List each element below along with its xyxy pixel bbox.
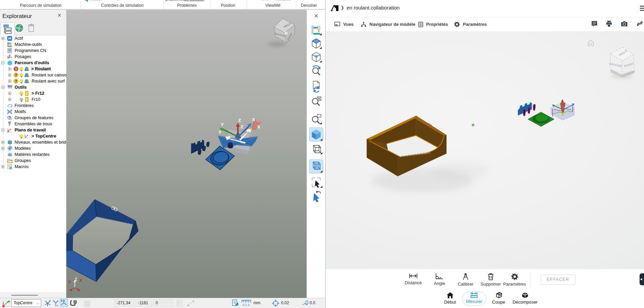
svg-text:Z: Z	[61, 299, 63, 302]
svg-text:X: X	[252, 117, 255, 122]
svg-text:Y: Y	[68, 280, 71, 285]
svg-text:X: X	[257, 124, 260, 129]
svg-text:Z: Z	[241, 124, 243, 129]
svg-text:Z: Z	[238, 118, 241, 123]
svg-text:0 1 2: 0 1 2	[243, 303, 249, 307]
svg-text:Y: Y	[219, 130, 222, 135]
svg-text:X Y Z: X Y Z	[180, 301, 183, 303]
svg-text:Y: Y	[221, 122, 224, 127]
svg-text:X: X	[79, 278, 82, 283]
svg-text:Y: Y	[56, 304, 58, 307]
svg-text:G: G	[9, 49, 11, 52]
svg-text:Z: Z	[75, 277, 77, 282]
svg-text:X: X	[49, 299, 51, 302]
